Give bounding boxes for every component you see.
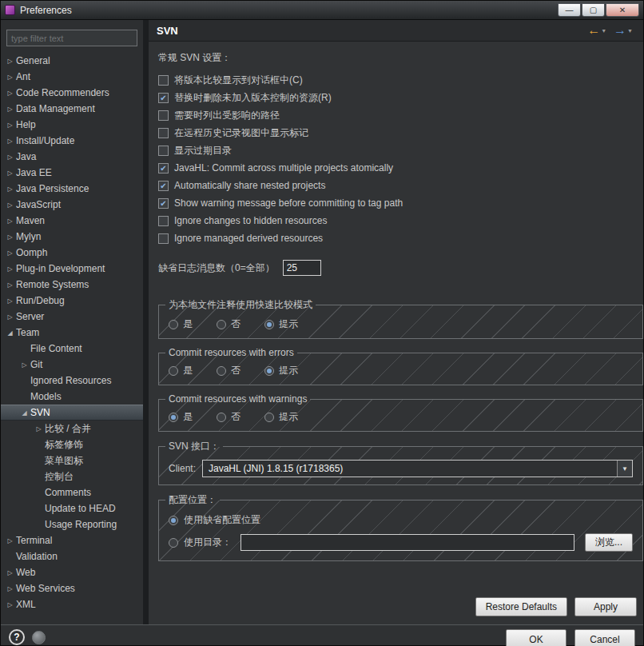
cancel-button[interactable]: Cancel [574,629,635,646]
ok-button[interactable]: OK [506,629,566,646]
sidebar-item-run-debug[interactable]: ▷Run/Debug [1,293,143,309]
checkbox-unchecked[interactable] [158,216,169,226]
sidebar-item-update-to-head[interactable]: Update to HEAD [1,500,143,516]
collapsed-arrow-icon[interactable]: ▷ [4,313,16,321]
sidebar-item-models[interactable]: Models [1,389,143,405]
sidebar-item-remote-systems[interactable]: ▷Remote Systems [1,277,143,293]
sidebar-item-code-recommenders[interactable]: ▷Code Recommenders [1,85,143,101]
use-directory-row[interactable]: 使用目录： 浏览... [165,530,636,555]
checkbox-unchecked[interactable] [158,110,169,121]
radio-unselected[interactable] [217,366,226,376]
collapsed-arrow-icon[interactable]: ▷ [4,249,16,257]
sidebar-item-git[interactable]: ▷Git [1,357,143,373]
collapsed-arrow-icon[interactable]: ▷ [4,106,16,113]
radio-selected[interactable] [264,366,274,376]
sidebar-item-svn[interactable]: ◢SVN [1,405,143,421]
sidebar-item-team[interactable]: ◢Team [1,325,143,341]
collapsed-arrow-icon[interactable]: ▷ [4,201,16,209]
minimize-button[interactable]: — [558,3,581,17]
sidebar-item-data-management[interactable]: ▷Data Management [1,101,143,117]
checkbox-checked[interactable]: ✔ [158,163,169,173]
sidebar-item-java-persistence[interactable]: ▷Java Persistence [1,181,143,197]
sidebar-item-comments[interactable]: Comments [1,484,143,500]
sidebar-item-ignored-resources[interactable]: Ignored Resources [1,373,143,389]
collapsed-arrow-icon[interactable]: ▷ [4,58,16,65]
sidebar-item-maven[interactable]: ▷Maven [1,213,143,229]
radio-option[interactable]: 是 [169,410,193,424]
sidebar-item-java[interactable]: ▷Java [1,149,143,165]
sidebar-item-mylyn[interactable]: ▷Mylyn [1,229,143,245]
collapsed-arrow-icon[interactable]: ▷ [4,169,16,177]
settings-icon[interactable] [32,631,46,644]
checkbox-row[interactable]: Ignore managed derived resources [158,229,643,247]
sidebar-item-比较-合并[interactable]: ▷比较 / 合并 [1,421,143,437]
radio-option[interactable]: 是 [169,364,193,377]
checkbox-row[interactable]: ✔Automatically share nested projects [158,177,643,194]
collapsed-arrow-icon[interactable]: ▷ [4,90,16,97]
use-directory-radio[interactable] [169,538,178,548]
radio-option[interactable]: 提示 [264,410,298,424]
checkbox-checked[interactable]: ✔ [158,181,169,191]
collapsed-arrow-icon[interactable]: ▷ [4,138,16,145]
checkbox-row[interactable]: 需要时列出受影响的路径 [158,106,643,124]
collapsed-arrow-icon[interactable]: ▷ [18,361,30,369]
radio-unselected[interactable] [217,413,226,422]
sidebar-item-web[interactable]: ▷Web [1,564,143,580]
checkbox-row[interactable]: 在远程历史记录视图中显示标记 [158,124,643,142]
use-default-radio[interactable] [169,516,178,525]
directory-input[interactable] [241,534,574,551]
sidebar-item-标签修饰[interactable]: 标签修饰 [1,437,143,453]
collapsed-arrow-icon[interactable]: ▷ [4,217,16,225]
collapsed-arrow-icon[interactable]: ▷ [4,585,16,592]
close-button[interactable]: ✕ [606,3,639,17]
radio-unselected[interactable] [169,320,178,329]
sidebar-item-file-content[interactable]: File Content [1,341,143,357]
checkbox-row[interactable]: ✔JavaHL: Commit across multiple projects… [158,159,643,177]
restore-defaults-button[interactable]: Restore Defaults [475,597,567,616]
radio-option[interactable]: 提示 [264,364,298,377]
expanded-arrow-icon[interactable]: ◢ [4,329,16,337]
checkbox-unchecked[interactable] [158,128,169,138]
collapsed-arrow-icon[interactable]: ▷ [4,265,16,273]
sidebar-item-usage-reporting[interactable]: Usage Reporting [1,516,143,532]
help-icon[interactable]: ? [9,629,25,645]
client-combo[interactable]: JavaHL (JNI) 1.8.15 (r1718365) ▼ [202,460,633,477]
checkbox-unchecked[interactable] [158,75,169,86]
sidebar-item-general[interactable]: ▷General [1,53,143,69]
radio-option[interactable]: 否 [217,410,241,424]
sidebar-item-plug-in-development[interactable]: ▷Plug-in Development [1,261,143,277]
collapsed-arrow-icon[interactable]: ▷ [4,569,16,576]
sidebar-item-ant[interactable]: ▷Ant [1,69,143,85]
apply-button[interactable]: Apply [574,597,637,616]
sidebar-item-install-update[interactable]: ▷Install/Update [1,133,143,149]
sidebar-item-java-ee[interactable]: ▷Java EE [1,165,143,181]
checkbox-unchecked[interactable] [158,146,169,156]
sidebar-item-控制台[interactable]: 控制台 [1,469,143,484]
maximize-button[interactable]: ▢ [582,3,605,17]
radio-unselected[interactable] [169,366,178,376]
collapsed-arrow-icon[interactable]: ▷ [4,154,16,161]
radio-selected[interactable] [264,320,274,329]
sidebar-item-oomph[interactable]: ▷Oomph [1,245,143,261]
use-default-row[interactable]: 使用缺省配置位置 [165,510,636,530]
log-count-input[interactable] [283,260,321,276]
sidebar-item-help[interactable]: ▷Help [1,117,143,133]
checkbox-row[interactable]: ✔替换时删除未加入版本控制的资源(R) [158,89,643,106]
sidebar-item-web-services[interactable]: ▷Web Services [1,580,143,596]
checkbox-unchecked[interactable] [158,233,169,244]
back-button[interactable]: ← ▼ [585,22,609,38]
title-bar[interactable]: Preferences — ▢ ✕ [1,1,643,20]
radio-unselected[interactable] [217,320,226,329]
collapsed-arrow-icon[interactable]: ▷ [4,185,16,193]
sidebar-item-菜单图标[interactable]: 菜单图标 [1,453,143,469]
radio-option[interactable]: 否 [217,364,241,377]
filter-input[interactable] [6,30,137,46]
chevron-down-icon[interactable]: ▼ [617,461,632,477]
radio-selected[interactable] [169,413,178,422]
collapsed-arrow-icon[interactable]: ▷ [4,74,16,81]
sidebar-item-server[interactable]: ▷Server [1,309,143,325]
checkbox-row[interactable]: Ignore changes to hidden resources [158,212,643,229]
sidebar-item-javascript[interactable]: ▷JavaScript [1,197,143,213]
collapsed-arrow-icon[interactable]: ▷ [4,233,16,241]
radio-option[interactable]: 否 [217,317,241,331]
